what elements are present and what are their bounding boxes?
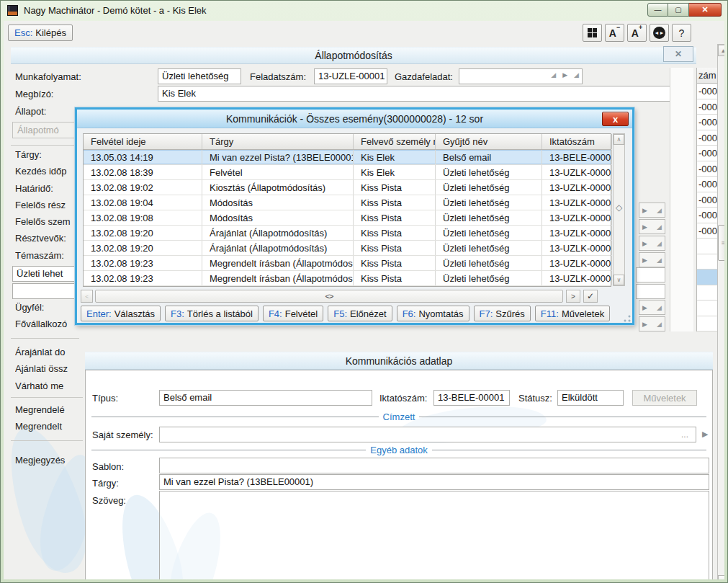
play-icon[interactable]: ▶: [642, 321, 647, 328]
scroll-up-icon[interactable]: ∧: [614, 134, 624, 145]
megbizo-field[interactable]: Kis Elek: [158, 86, 675, 102]
form-label: Témaszám:: [15, 250, 78, 267]
scroll-down-icon[interactable]: ∨: [614, 275, 624, 285]
close-button[interactable]: ✕: [689, 3, 722, 17]
function-button-f5[interactable]: F5: Előnézet: [328, 306, 392, 321]
temaszam-field[interactable]: Üzleti lehet: [12, 266, 77, 282]
column-header[interactable]: Iktatószám: [542, 134, 612, 149]
confirm-check-button[interactable]: ✓: [583, 290, 598, 303]
column-header[interactable]: Tárgy: [202, 134, 354, 149]
sajat-szemely-field[interactable]: Kiss Pista ...: [159, 427, 696, 442]
form-label: Ügyfél:: [15, 302, 78, 319]
corner-triangle-icon[interactable]: ◢: [657, 304, 662, 311]
column-header[interactable]: Felvevő személy né: [354, 134, 436, 149]
gazdafeladat-field[interactable]: - - ◢ ▶ ◢: [459, 68, 583, 84]
table-vertical-scrollbar[interactable]: ∧ ◇ ∨: [613, 133, 625, 286]
table-header-row: Felvétel idejeTárgyFelvevő személy néGyű…: [84, 134, 611, 150]
temaszam-field-2[interactable]: [12, 283, 77, 299]
corner-triangle-icon[interactable]: ◢: [657, 207, 662, 214]
play-icon[interactable]: ▶: [642, 223, 647, 231]
help-button[interactable]: ?: [672, 24, 691, 42]
side-column-cell: -000: [697, 146, 717, 161]
font-larger-button[interactable]: A+: [627, 24, 647, 42]
corner-triangle-icon[interactable]: ◢: [657, 257, 662, 264]
function-button-f4[interactable]: F4: Felvétel: [263, 306, 323, 321]
play-icon[interactable]: ▶: [642, 257, 647, 264]
popup-resize-grip[interactable]: [624, 315, 631, 322]
maximize-button[interactable]: ▢: [668, 3, 689, 17]
exit-key-label: Esc:: [14, 27, 32, 38]
help-icon: ?: [679, 27, 685, 39]
clipped-empty-field[interactable]: [636, 284, 665, 299]
communications-table: Felvétel idejeTárgyFelvevő személy néGyű…: [83, 133, 611, 287]
sablon-field[interactable]: [159, 458, 709, 473]
application-window: Nagy Machinátor - Demó kötet - a - Kis E…: [0, 0, 728, 583]
table-row[interactable]: 13.02.08 18:39FelvételKis ElekÜzleti leh…: [84, 165, 611, 180]
popup-close-button[interactable]: x: [602, 112, 629, 126]
scroll-down-icon[interactable]: ▼: [718, 575, 724, 579]
main-vertical-scrollbar[interactable]: ▲ ≡ ▼: [717, 44, 724, 579]
dialog-close-button[interactable]: ✕: [663, 46, 693, 62]
corner-triangle-icon[interactable]: ◢: [657, 321, 662, 328]
play-icon[interactable]: ▶: [562, 71, 567, 79]
navigate-button[interactable]: ◄►: [650, 24, 669, 42]
statusz-field[interactable]: Elküldött: [557, 390, 624, 406]
table-row[interactable]: 13.02.08 19:08MódosításKiss PistaÜzleti …: [84, 210, 611, 226]
datasheet-title: Kommunikációs adatlap: [346, 355, 453, 367]
play-icon[interactable]: ▶: [642, 207, 647, 214]
tipus-field[interactable]: Belső email: [159, 390, 372, 406]
column-header[interactable]: Felvétel ideje: [84, 134, 202, 149]
function-button-enter[interactable]: Enter: Választás: [81, 306, 161, 321]
scroll-diamond-icon[interactable]: ◇: [614, 203, 624, 213]
nav-button-pair[interactable]: ▶◢: [639, 252, 665, 267]
form-label: Felelős szem: [15, 216, 78, 233]
nav-button-pair[interactable]: ▶◢: [639, 219, 665, 234]
function-button-f3[interactable]: F3: Törlés a listából: [165, 306, 259, 321]
column-header[interactable]: Gyűjtő név: [436, 134, 542, 149]
table-row[interactable]: 13.02.08 19:23Megrendelt írásban (Állapo…: [84, 256, 611, 271]
grid-view-button[interactable]: [583, 24, 602, 42]
table-row[interactable]: 13.02.08 19:20Árajánlat (Állapotmódosítá…: [84, 226, 611, 241]
table-row[interactable]: 13.02.08 19:20Árajánlat (Állapotmódosítá…: [84, 241, 611, 256]
nav-button-pair[interactable]: ▶◢: [639, 203, 665, 218]
form-label-szoveg: Szöveg:: [92, 495, 126, 506]
table-cell: Megrendelt írásban (Állapotmódosítás): [202, 271, 354, 285]
popup-title-bar[interactable]: Kommunikációk - Összes esemény(300000002…: [77, 110, 632, 128]
targy-field[interactable]: Mi van ezzel Pista? (13BELE00001): [159, 474, 709, 490]
scroll-up-icon[interactable]: ▲: [718, 45, 724, 56]
play-icon[interactable]: ▶: [642, 240, 647, 247]
expand-play-icon[interactable]: ▶: [702, 430, 708, 439]
function-button-f11[interactable]: F11: Műveletek: [535, 306, 610, 321]
table-row[interactable]: 13.02.08 19:04MódosításKiss PistaÜzleti …: [84, 195, 611, 210]
vertical-scroll-thumb[interactable]: ≡: [718, 225, 724, 261]
table-row[interactable]: 13.05.03 14:19Mi van ezzel Pista? (13BEL…: [84, 150, 611, 165]
corner-triangle-icon[interactable]: ◢: [574, 71, 579, 79]
scroll-left-icon[interactable]: <: [81, 290, 93, 303]
corner-triangle-icon[interactable]: ◢: [551, 71, 556, 79]
title-bar[interactable]: Nagy Machinátor - Demó kötet - a - Kis E…: [1, 1, 727, 21]
clipped-empty-field[interactable]: [636, 267, 665, 282]
table-row[interactable]: 13.02.08 19:23Megrendelt írásban (Állapo…: [84, 271, 611, 286]
exit-button[interactable]: Esc: Kilépés: [8, 25, 73, 41]
munkafolyamat-field[interactable]: Üzleti lehetőség: [158, 68, 241, 84]
nav-button-pair[interactable]: ▶◢: [639, 316, 665, 331]
feladatszam-field[interactable]: 13-UZLE-00001: [314, 68, 387, 84]
nav-button-pair[interactable]: ▶◢: [639, 300, 665, 315]
font-smaller-button[interactable]: A−: [605, 24, 624, 42]
corner-triangle-icon[interactable]: ◢: [657, 223, 662, 231]
table-cell: 13-UZLK-00003: [542, 195, 612, 210]
scroll-right-icon[interactable]: >: [566, 290, 580, 303]
iktatoszam-field[interactable]: 13-BELE-00001: [433, 390, 510, 406]
hscroll-track[interactable]: <>: [95, 290, 563, 303]
function-button-f7[interactable]: F7: Szűrés: [474, 306, 531, 321]
more-icon[interactable]: ...: [681, 430, 688, 440]
minimize-button[interactable]: —: [647, 3, 668, 17]
corner-triangle-icon[interactable]: ◢: [657, 240, 662, 247]
table-row[interactable]: 13.02.08 19:02Kiosztás (Állapotmódosítás…: [84, 180, 611, 195]
szoveg-textarea[interactable]: [159, 491, 709, 579]
play-icon[interactable]: ▶: [642, 304, 647, 311]
nav-button-pair[interactable]: ▶◢: [639, 236, 665, 251]
function-button-f6[interactable]: F6: Nyomtatás: [397, 306, 469, 321]
function-key-label: F4:: [269, 308, 282, 319]
side-column-cell: -000: [697, 192, 717, 208]
